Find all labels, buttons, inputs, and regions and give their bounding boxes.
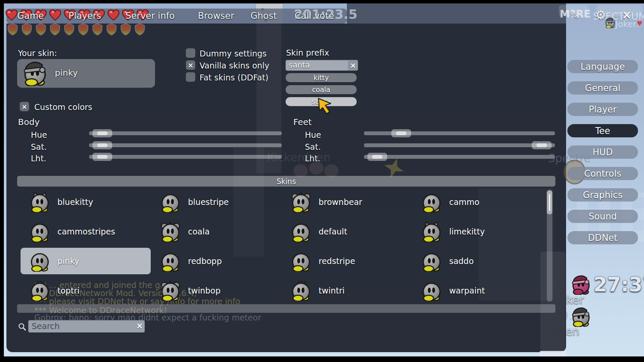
feet-sat-slider[interactable]	[364, 141, 555, 149]
tee-skin-icon	[29, 280, 51, 301]
scoreboard-tee-deen	[571, 306, 591, 327]
your-skin-label: Your skin:	[18, 48, 57, 58]
fat-skins-checkbox[interactable]	[186, 72, 195, 82]
armor-shields	[7, 23, 146, 36]
custom-colors-label: Custom colors	[34, 102, 92, 112]
tee-skin-icon	[421, 191, 442, 213]
body-lht-label: Lht.	[31, 154, 46, 163]
tab-sound[interactable]: Sound	[567, 210, 638, 223]
skins-scrollbar-handle[interactable]	[547, 190, 552, 214]
skin-item-toptri[interactable]: toptri	[21, 277, 151, 304]
tee-skin-icon	[290, 250, 312, 272]
letterbox-bottom	[0, 356, 644, 362]
background-tee-faint	[293, 164, 308, 177]
menu-item-browser[interactable]: Browser	[198, 11, 234, 21]
heart-icon: ♥	[637, 20, 642, 27]
search-icon	[18, 323, 27, 331]
custom-colors-checkbox[interactable]: ×	[20, 102, 29, 111]
menu-item-game[interactable]: Game	[17, 11, 44, 21]
tab-player[interactable]: Player	[567, 103, 638, 116]
body-section-label: Body	[18, 117, 40, 127]
skin-prefix-label: Skin prefix	[286, 48, 329, 57]
feet-hue-slider[interactable]	[364, 129, 555, 137]
close-icon[interactable]: ×	[622, 8, 632, 22]
tab-hud[interactable]: HUD	[567, 145, 638, 159]
skin-item-twintri[interactable]: twintri	[282, 277, 412, 304]
tee-skin-icon	[421, 221, 442, 242]
feet-lht-slider[interactable]	[364, 153, 555, 161]
tab-controls[interactable]: Controls	[567, 167, 638, 180]
search-placeholder: Search	[32, 321, 60, 331]
skin-item-bluekitty[interactable]: bluekitty	[21, 189, 151, 215]
dummy-settings-checkbox[interactable]	[186, 48, 195, 58]
skin-prefix-value: santa	[289, 60, 310, 69]
skin-item-bluestripe[interactable]: bluestripe	[151, 189, 281, 215]
skin-item-pinky[interactable]: pinky	[21, 248, 151, 274]
tee-skin-icon	[160, 250, 181, 272]
body-hue-slider[interactable]	[89, 129, 282, 137]
skins-list-header: Skins	[17, 176, 555, 187]
menu-item-players[interactable]: Players	[69, 11, 101, 21]
current-skin-tee-icon	[22, 60, 48, 86]
tab-ddnet[interactable]: DDNet	[567, 231, 638, 244]
dummy-settings-label: Dummy settings	[200, 49, 267, 58]
skin-item-cammostripes[interactable]: cammostripes	[21, 218, 151, 245]
tee-skin-icon	[290, 221, 312, 242]
body-sat-label: Sat.	[31, 142, 47, 151]
skin-item-redbopp[interactable]: redbopp	[151, 248, 281, 274]
skin-item-cammo[interactable]: cammo	[412, 189, 543, 215]
tee-skin-icon	[421, 250, 442, 272]
mouse-cursor	[317, 98, 332, 115]
letterbox-top	[0, 0, 644, 3]
current-skin-name: pinky	[55, 68, 78, 78]
scoreboard-tee-kicker	[571, 274, 591, 295]
tab-language[interactable]: Language	[567, 60, 638, 73]
scoreboard-best-time: 27:37	[593, 273, 644, 296]
skin-item-twinbop[interactable]: twinbop	[151, 277, 281, 304]
letterbox-left	[0, 0, 4, 280]
background-tee-faint	[309, 162, 324, 175]
edit-icon[interactable]: ✎	[570, 9, 579, 21]
tee-skin-icon	[290, 280, 312, 301]
skin-prefix-clear-button[interactable]: ×	[348, 60, 358, 71]
background-dark-region	[347, 3, 566, 24]
tee-skin-icon	[421, 280, 442, 301]
skin-prefix-input[interactable]: santa	[286, 60, 348, 71]
menu-item-call-vote[interactable]: Call vote	[295, 11, 334, 21]
tab-graphics[interactable]: Graphics	[567, 188, 638, 202]
background-structure	[540, 252, 565, 351]
skin-item-default[interactable]: default	[282, 218, 412, 245]
tee-skin-icon	[290, 191, 312, 213]
tab-tee[interactable]: Tee	[567, 124, 638, 137]
search-clear-icon[interactable]: ×	[136, 321, 143, 330]
vanilla-skins-label: Vanilla skins only	[200, 61, 269, 70]
vanilla-skins-checkbox[interactable]: ×	[186, 60, 195, 70]
skins-horizontal-scrollbar[interactable]	[17, 304, 555, 313]
prefix-button-coala[interactable]: coala	[286, 85, 357, 94]
prefix-button-kitty[interactable]: kitty	[286, 73, 357, 82]
skin-item-coala[interactable]: coala	[151, 218, 281, 245]
fat-skins-label: Fat skins (DDFat)	[200, 73, 268, 82]
current-skin-preview: pinky	[17, 59, 155, 88]
settings-gear-icon[interactable]: ⚙	[595, 8, 606, 22]
tab-general[interactable]: General	[567, 81, 638, 95]
skin-search-input[interactable]: Search ×	[28, 320, 145, 332]
skin-item-warpaint[interactable]: warpaint	[412, 277, 543, 304]
tee-skin-icon	[160, 221, 181, 242]
menu-item-ghost[interactable]: Ghost	[250, 11, 277, 21]
game-screen: M?RE SPECTRUM Joker. ♥ 1. 27:37 Kicker 2…	[0, 0, 644, 362]
background-tee-faint	[324, 164, 339, 177]
body-lht-slider[interactable]	[89, 153, 282, 161]
skin-item-saddo[interactable]: saddo	[412, 248, 543, 274]
feet-hue-label: Hue	[305, 130, 321, 139]
body-sat-slider[interactable]	[89, 141, 282, 149]
tee-skin-icon	[29, 191, 51, 213]
feet-sat-label: Sat.	[305, 142, 321, 151]
skin-item-redstripe[interactable]: redstripe	[282, 248, 412, 274]
body-hue-label: Hue	[31, 130, 47, 139]
feet-lht-label: Lht.	[305, 154, 320, 163]
menu-item-server-info[interactable]: Server info	[125, 11, 175, 21]
skin-item-limekitty[interactable]: limekitty	[412, 218, 543, 245]
tee-skin-icon	[29, 221, 51, 242]
skin-item-brownbear[interactable]: brownbear	[282, 189, 412, 215]
